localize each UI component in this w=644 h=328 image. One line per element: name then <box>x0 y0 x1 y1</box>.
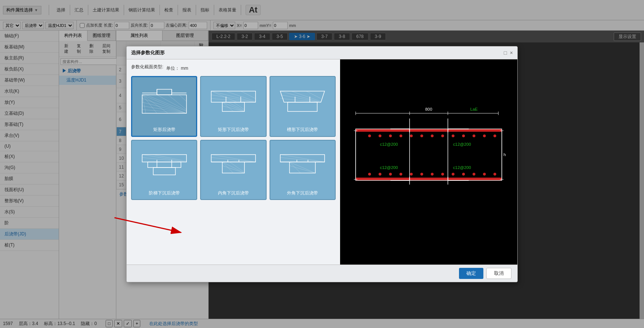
svg-point-79 <box>410 134 413 137</box>
svg-point-96 <box>452 173 455 176</box>
svg-line-57 <box>222 166 244 173</box>
svg-line-7 <box>142 95 157 113</box>
svg-point-77 <box>389 134 392 137</box>
svg-point-97 <box>462 173 465 176</box>
shape-svg-rect <box>138 80 190 124</box>
svg-line-58 <box>222 162 233 173</box>
svg-line-2 <box>142 99 186 113</box>
svg-rect-73 <box>356 177 502 180</box>
svg-line-68 <box>290 162 301 173</box>
shape-card-rect[interactable]: 矩形后浇带 <box>131 76 197 137</box>
modal-maximize-btn[interactable]: □ <box>504 50 507 56</box>
shape-label-trapezoid: 槽形下沉后浇带 <box>287 127 318 133</box>
svg-point-94 <box>431 173 434 176</box>
modal-close-btn[interactable]: × <box>510 50 513 56</box>
svg-line-5 <box>142 110 186 113</box>
shape-svg-inner <box>208 144 259 188</box>
shape-card-rect-sunken[interactable]: 矩形下沉后浇带 <box>200 76 266 137</box>
modal-controls: □ × <box>504 50 513 56</box>
svg-rect-44 <box>153 168 175 175</box>
section-label: 参数化截面类型: <box>131 64 163 70</box>
svg-point-93 <box>420 173 423 176</box>
shape-svg-trapezoid <box>277 80 328 124</box>
shape-card-step[interactable]: 阶梯下沉后浇带 <box>131 140 197 200</box>
svg-line-56 <box>222 162 244 173</box>
modal-body: 参数化截面类型: 单位： mm <box>127 59 517 265</box>
cancel-button[interactable]: 取消 <box>486 268 511 279</box>
svg-line-4 <box>142 106 186 113</box>
svg-point-83 <box>452 134 455 137</box>
svg-line-28 <box>222 102 233 111</box>
svg-point-92 <box>410 173 413 176</box>
svg-line-67 <box>290 166 315 173</box>
shape-card-trapezoid[interactable]: 槽形下沉后浇带 <box>270 76 336 137</box>
svg-rect-72 <box>356 129 502 132</box>
svg-line-66 <box>290 162 315 173</box>
svg-point-88 <box>368 173 371 176</box>
svg-point-98 <box>473 173 476 176</box>
shape-svg-rect-sunken <box>208 80 259 124</box>
svg-line-12 <box>179 95 186 101</box>
modal-dialog: 选择参数化图形 □ × 参数化截面类型: 单位： mm <box>126 46 518 282</box>
modal-preview-panel: 800 LaE c12@200 c12@200 c12@200 c12@200 … <box>340 59 517 265</box>
svg-point-82 <box>441 134 444 137</box>
svg-rect-34 <box>288 102 317 111</box>
svg-point-78 <box>400 134 402 137</box>
svg-point-76 <box>378 134 381 137</box>
shape-grid: 矩形后浇带 <box>131 76 336 200</box>
svg-point-84 <box>462 134 465 137</box>
svg-point-100 <box>493 173 496 176</box>
shape-card-outer[interactable]: 外角下沉后浇带 <box>270 140 336 200</box>
svg-text:800: 800 <box>425 107 432 111</box>
shape-label-rect: 矩形后浇带 <box>153 127 175 133</box>
modal-header: 选择参数化图形 □ × <box>127 46 517 59</box>
shape-svg-step <box>138 144 190 188</box>
svg-line-37 <box>280 99 321 102</box>
shape-label-rect-sunken: 矩形下沉后浇带 <box>218 127 249 133</box>
svg-line-39 <box>306 91 321 99</box>
svg-line-35 <box>280 91 321 102</box>
svg-point-95 <box>441 173 444 176</box>
shape-card-inner[interactable]: 内角下沉后浇带 <box>200 140 266 200</box>
svg-point-91 <box>400 173 402 176</box>
svg-text:c12@200: c12@200 <box>380 142 398 146</box>
svg-line-21 <box>211 95 256 102</box>
svg-text:c12@200: c12@200 <box>453 142 471 146</box>
svg-point-81 <box>431 134 434 137</box>
svg-text:c12@200: c12@200 <box>380 165 398 169</box>
svg-line-25 <box>241 91 256 99</box>
modal-title: 选择参数化图形 <box>131 49 165 56</box>
preview-svg: 800 LaE c12@200 c12@200 c12@200 c12@200 … <box>340 59 517 265</box>
modal-footer: 确定 取消 <box>127 265 517 282</box>
svg-text:c12@200: c12@200 <box>453 165 471 169</box>
svg-rect-43 <box>148 162 181 168</box>
svg-point-80 <box>420 134 423 137</box>
svg-line-59 <box>230 162 244 172</box>
svg-line-1 <box>142 95 186 113</box>
shape-label-outer: 外角下沉后浇带 <box>287 190 318 196</box>
svg-point-75 <box>368 134 371 137</box>
svg-line-8 <box>142 95 146 113</box>
svg-point-87 <box>493 134 496 137</box>
svg-point-99 <box>483 173 486 176</box>
unit-display: 单位： mm <box>166 65 188 72</box>
svg-line-9 <box>146 95 186 111</box>
svg-text:h: h <box>504 152 506 156</box>
modal-overlay: 选择参数化图形 □ × 参数化截面类型: 单位： mm <box>0 0 644 328</box>
svg-point-90 <box>389 173 392 176</box>
shape-svg-outer <box>277 144 328 188</box>
svg-point-89 <box>378 173 381 176</box>
modal-left-panel: 参数化截面类型: 单位： mm <box>127 59 340 265</box>
shape-label-step: 阶梯下沉后浇带 <box>149 190 180 196</box>
svg-rect-15 <box>157 89 172 95</box>
svg-rect-71 <box>345 59 512 265</box>
svg-text:LaE: LaE <box>470 107 478 111</box>
svg-line-36 <box>280 95 321 102</box>
shape-label-inner: 内角下沉后浇带 <box>218 190 249 196</box>
confirm-button[interactable]: 确定 <box>459 268 483 279</box>
svg-point-85 <box>473 134 476 137</box>
svg-line-3 <box>142 102 186 113</box>
svg-point-86 <box>483 134 486 137</box>
